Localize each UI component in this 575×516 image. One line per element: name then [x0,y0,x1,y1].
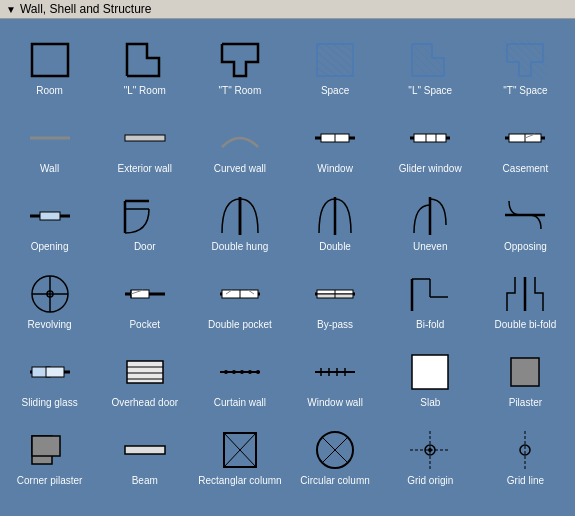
icon-t-space [480,37,571,83]
label-l-room: "L" Room [124,85,166,97]
icon-slab [385,349,476,395]
cell-door[interactable]: Door [97,179,192,257]
cell-double-hung[interactable]: Double hung [192,179,287,257]
icon-by-pass [289,271,380,317]
cell-sliding-glass[interactable]: Sliding glass [2,335,97,413]
cell-double-pocket[interactable]: Double pocket [192,257,287,335]
svg-rect-36 [40,212,60,220]
cell-t-space[interactable]: "T" Space [478,23,573,101]
label-window: Window [317,163,353,175]
icon-opening [4,193,95,239]
icon-curved-wall [194,115,285,161]
svg-rect-86 [511,358,539,386]
svg-line-6 [333,44,353,60]
label-wall: Wall [40,163,59,175]
cell-exterior-wall[interactable]: Exterior wall [97,101,192,179]
label-by-pass: By-pass [317,319,353,331]
label-opposing: Opposing [504,241,547,253]
cell-t-room[interactable]: "T" Room [192,23,287,101]
icon-window [289,115,380,161]
svg-rect-0 [32,44,68,76]
cell-revolving[interactable]: Revolving [2,257,97,335]
svg-point-79 [256,370,260,374]
cell-curved-wall[interactable]: Curved wall [192,101,287,179]
icon-curtain-wall [194,349,285,395]
icon-opposing [480,193,571,239]
cell-slab[interactable]: Slab [383,335,478,413]
icon-room [4,37,95,83]
cell-bi-fold[interactable]: Bi-fold [383,257,478,335]
label-casement: Casement [503,163,549,175]
svg-line-9 [408,48,452,80]
svg-point-75 [224,370,228,374]
cell-glider-window[interactable]: Glider window [383,101,478,179]
label-overhead-door: Overhead door [111,397,178,409]
cell-space[interactable]: Space [287,23,382,101]
label-pocket: Pocket [129,319,160,331]
cell-opening[interactable]: Opening [2,179,97,257]
cell-overhead-door[interactable]: Overhead door [97,335,192,413]
cell-pilaster[interactable]: Pilaster [478,335,573,413]
icon-double-pocket [194,271,285,317]
icon-corner-pilaster [4,427,95,473]
cell-l-space[interactable]: "L" Space [383,23,478,101]
cell-double[interactable]: Double [287,179,382,257]
cell-room[interactable]: Room [2,23,97,101]
svg-point-77 [240,370,244,374]
svg-rect-22 [125,135,165,141]
cell-l-room[interactable]: "L" Room [97,23,192,101]
svg-line-8 [317,68,329,76]
icon-grid-origin [385,427,476,473]
label-l-space: "L" Space [408,85,452,97]
icon-double [289,193,380,239]
label-glider-window: Glider window [399,163,462,175]
label-curved-wall: Curved wall [214,163,266,175]
label-circular-column: Circular column [300,475,369,487]
svg-line-12 [416,40,452,76]
cell-corner-pilaster[interactable]: Corner pilaster [2,413,97,491]
label-window-wall: Window wall [307,397,363,409]
cell-casement[interactable]: Casement [478,101,573,179]
icon-casement [480,115,571,161]
label-room: Room [36,85,63,97]
label-beam: Beam [132,475,158,487]
cell-opposing[interactable]: Opposing [478,179,573,257]
label-bi-fold: Bi-fold [416,319,444,331]
cell-wall[interactable]: Wall [2,101,97,179]
cell-rectangular-column[interactable]: Rectanglar column [192,413,287,491]
title-bar: ▼ Wall, Shell and Structure [0,0,575,19]
icon-sliding-glass [4,349,95,395]
cell-beam[interactable]: Beam [97,413,192,491]
cell-grid-line[interactable]: Grid line [478,413,573,491]
panel-title: Wall, Shell and Structure [20,2,152,16]
icon-grid: Room"L" Room"T" Room Space "L" Space [0,19,575,495]
label-pilaster: Pilaster [509,397,542,409]
svg-line-19 [527,40,547,60]
cell-double-bi-fold[interactable]: Double bi-fold [478,257,573,335]
icon-exterior-wall [99,115,190,161]
label-sliding-glass: Sliding glass [22,397,78,409]
cell-circular-column[interactable]: Circular column [287,413,382,491]
icon-circular-column [289,427,380,473]
icon-beam [99,427,190,473]
svg-rect-69 [46,367,64,377]
icon-pilaster [480,349,571,395]
cell-uneven[interactable]: Uneven [383,179,478,257]
icon-l-room [99,37,190,83]
cell-pocket[interactable]: Pocket [97,257,192,335]
label-t-space: "T" Space [503,85,547,97]
label-grid-origin: Grid origin [407,475,453,487]
svg-rect-85 [412,355,448,389]
cell-grid-origin[interactable]: Grid origin [383,413,478,491]
cell-window[interactable]: Window [287,101,382,179]
cell-window-wall[interactable]: Window wall [287,335,382,413]
cell-by-pass[interactable]: By-pass [287,257,382,335]
label-exterior-wall: Exterior wall [118,163,172,175]
svg-point-99 [428,448,432,452]
icon-l-space [385,37,476,83]
svg-line-5 [317,60,337,76]
icon-overhead-door [99,349,190,395]
cell-curtain-wall[interactable]: Curtain wall [192,335,287,413]
svg-rect-70 [127,361,163,383]
label-revolving: Revolving [28,319,72,331]
